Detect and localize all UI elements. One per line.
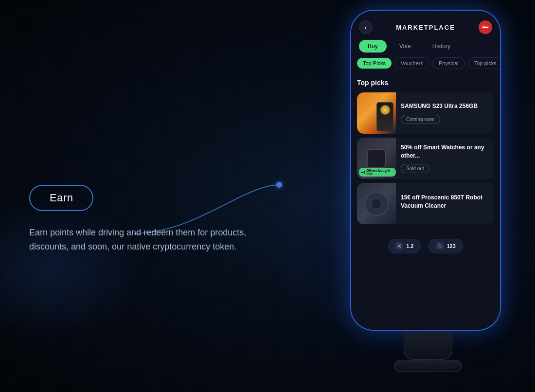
earn-button-label: Earn xyxy=(50,192,73,204)
vacuum-info: 15€ off Proscenic 850T Robot Vacuum Clea… xyxy=(396,189,494,219)
category-top-picks-label: Top Picks xyxy=(363,60,386,66)
watches-info: 50% off Smart Watches or any other... So… xyxy=(396,139,494,178)
multiplier-value: 1.2 xyxy=(406,243,413,249)
stat-points[interactable]: 123 xyxy=(428,239,463,253)
samsung-badge: Coming soon xyxy=(401,115,440,124)
stat-multiplier[interactable]: 1.2 xyxy=(388,239,421,253)
tab-bar: Buy Vote History xyxy=(351,40,500,57)
phone-header: ‹ MARKETPLACE 🇦🇹 xyxy=(351,11,500,40)
tab-buy[interactable]: Buy xyxy=(359,40,387,53)
samsung-phone-graphic xyxy=(376,102,393,131)
watches-image: +4 Others bought this xyxy=(357,138,396,179)
tab-vote[interactable]: Vote xyxy=(391,40,420,53)
back-icon: ‹ xyxy=(365,24,367,31)
content-area: Top picks SAMSUNG S23 Ultra 256GB Coming… xyxy=(351,75,500,232)
phone-stand xyxy=(404,331,452,360)
phone-outer: ‹ MARKETPLACE 🇦🇹 Buy Vote History xyxy=(350,10,501,331)
category-top-picks-2[interactable]: Top picks xyxy=(468,57,500,69)
earn-description: Earn points while driving and redeem the… xyxy=(29,226,263,254)
category-bar: Top Picks Vouchers Physical Top picks xyxy=(351,57,500,75)
earn-button[interactable]: Earn xyxy=(29,185,93,211)
watches-badge: Sold out xyxy=(401,164,429,173)
vacuum-image xyxy=(357,183,396,224)
marketplace-title: MARKETPLACE xyxy=(396,24,455,31)
watch-graphic xyxy=(367,149,386,168)
watches-name: 50% off Smart Watches or any other... xyxy=(401,143,489,160)
connector-dot xyxy=(276,182,282,188)
tab-vote-label: Vote xyxy=(399,43,411,50)
category-vouchers[interactable]: Vouchers xyxy=(394,57,429,69)
vacuum-name: 15€ off Proscenic 850T Robot Vacuum Clea… xyxy=(401,194,489,210)
category-vouchers-label: Vouchers xyxy=(401,60,423,66)
category-physical-label: Physical xyxy=(439,60,459,66)
section-title: Top picks xyxy=(357,79,494,87)
product-card-watches[interactable]: +4 Others bought this 50% off Smart Watc… xyxy=(357,138,494,179)
samsung-image xyxy=(357,92,396,134)
others-text: Others bought this xyxy=(366,169,394,176)
category-physical[interactable]: Physical xyxy=(432,57,465,69)
product-card-vacuum[interactable]: 15€ off Proscenic 850T Robot Vacuum Clea… xyxy=(357,183,494,224)
diamond-icon xyxy=(436,242,444,250)
points-value: 123 xyxy=(446,243,455,249)
others-count: +4 xyxy=(361,170,365,175)
flag-button[interactable]: 🇦🇹 xyxy=(479,20,492,34)
phone-stand-base xyxy=(394,360,462,372)
back-button[interactable]: ‹ xyxy=(359,20,373,34)
samsung-name: SAMSUNG S23 Ultra 256GB xyxy=(401,102,489,110)
category-top-picks[interactable]: Top Picks xyxy=(357,58,392,69)
svg-marker-2 xyxy=(438,244,442,248)
tab-history[interactable]: History xyxy=(424,40,459,53)
bottom-bar: 1.2 123 xyxy=(351,234,500,258)
tab-history-label: History xyxy=(432,43,450,50)
flag-icon: 🇦🇹 xyxy=(482,24,489,31)
others-badge: +4 Others bought this xyxy=(359,168,396,177)
product-card-samsung[interactable]: SAMSUNG S23 Ultra 256GB Coming soon xyxy=(357,92,494,134)
multiplier-icon xyxy=(395,242,403,250)
category-top-picks-2-label: Top picks xyxy=(474,60,497,66)
left-section: Earn Earn points while driving and redee… xyxy=(29,185,263,254)
phone-screen: ‹ MARKETPLACE 🇦🇹 Buy Vote History xyxy=(351,11,500,330)
samsung-info: SAMSUNG S23 Ultra 256GB Coming soon xyxy=(396,97,494,129)
vacuum-graphic xyxy=(364,192,389,216)
tab-buy-label: Buy xyxy=(368,43,378,50)
phone-wrapper: ‹ MARKETPLACE 🇦🇹 Buy Vote History xyxy=(350,10,506,340)
